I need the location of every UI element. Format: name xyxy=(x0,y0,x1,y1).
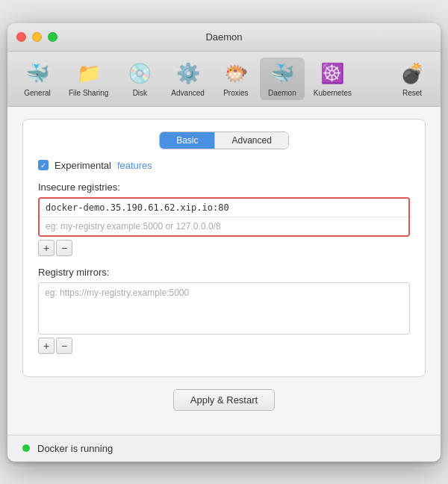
general-label: General xyxy=(24,89,51,97)
daemon-icon: 🐳 xyxy=(269,60,296,87)
disk-label: Disk xyxy=(133,89,147,97)
registry-mirrors-section: Registry mirrors: eg: https://my-registr… xyxy=(38,267,410,354)
disk-icon: 💿 xyxy=(126,60,153,87)
registry-mirrors-label: Registry mirrors: xyxy=(38,267,410,278)
registry-placeholder: eg: my-registry.example:5000 or 127.0.0.… xyxy=(40,217,408,235)
general-icon: 🐳 xyxy=(24,60,51,87)
kubernetes-label: Kubernetes xyxy=(314,89,352,97)
status-dot xyxy=(22,444,30,452)
experimental-row: ✓ Experimental features xyxy=(38,160,410,171)
insecure-registries-input-area: docker-demo.35.190.61.62.xip.io:80 eg: m… xyxy=(38,197,410,237)
window-title: Daemon xyxy=(205,31,242,43)
tab-bar: Basic Advanced xyxy=(38,131,410,149)
advanced-label: Advanced xyxy=(171,89,204,97)
tab-group: Basic Advanced xyxy=(159,131,289,149)
file-sharing-label: File Sharing xyxy=(69,89,108,97)
mirrors-add-button[interactable]: + xyxy=(38,338,55,354)
toolbar-item-disk[interactable]: 💿 Disk xyxy=(117,58,162,100)
toolbar-item-advanced[interactable]: ⚙️ Advanced xyxy=(164,58,211,100)
insecure-add-remove-bar: + − xyxy=(38,240,410,256)
status-bar: Docker is running xyxy=(7,435,441,462)
close-button[interactable] xyxy=(16,32,26,42)
daemon-label: Daemon xyxy=(268,89,296,97)
toolbar: 🐳 General 📁 File Sharing 💿 Disk ⚙️ Advan… xyxy=(7,52,441,107)
mirrors-placeholder: eg: https://my-registry.example:5000 xyxy=(39,283,409,302)
insecure-registries-label: Insecure registries: xyxy=(38,182,410,193)
maximize-button[interactable] xyxy=(48,32,57,42)
minimize-button[interactable] xyxy=(32,32,42,42)
experimental-label: Experimental xyxy=(55,160,111,171)
registry-entry[interactable]: docker-demo.35.190.61.62.xip.io:80 xyxy=(40,199,408,217)
toolbar-item-general[interactable]: 🐳 General xyxy=(15,58,60,100)
tab-basic[interactable]: Basic xyxy=(160,132,215,149)
reset-label: Reset xyxy=(402,89,422,97)
kubernetes-icon: ☸️ xyxy=(319,60,346,87)
main-panel: Basic Advanced ✓ Experimental features I… xyxy=(22,119,426,377)
insecure-remove-button[interactable]: − xyxy=(56,240,72,256)
insecure-add-button[interactable]: + xyxy=(38,240,55,256)
traffic-lights xyxy=(16,32,57,42)
apply-row: Apply & Restart xyxy=(22,389,426,411)
reset-icon: 💣 xyxy=(399,60,426,87)
toolbar-item-proxies[interactable]: 🐡 Proxies xyxy=(214,58,258,100)
insecure-registries-section: Insecure registries: docker-demo.35.190.… xyxy=(38,182,410,256)
features-link[interactable]: features xyxy=(117,160,152,171)
apply-restart-button[interactable]: Apply & Restart xyxy=(173,389,275,411)
file-sharing-icon: 📁 xyxy=(75,60,102,87)
status-text: Docker is running xyxy=(37,443,113,454)
experimental-checkbox[interactable]: ✓ xyxy=(38,160,49,170)
content-area: Basic Advanced ✓ Experimental features I… xyxy=(7,107,441,435)
window: Daemon 🐳 General 📁 File Sharing 💿 Disk ⚙… xyxy=(7,23,441,462)
toolbar-item-daemon[interactable]: 🐳 Daemon xyxy=(260,58,305,100)
tab-advanced[interactable]: Advanced xyxy=(215,132,287,149)
mirrors-remove-button[interactable]: − xyxy=(56,338,72,354)
proxies-label: Proxies xyxy=(223,89,248,97)
proxies-icon: 🐡 xyxy=(223,60,249,87)
titlebar: Daemon xyxy=(7,23,441,52)
toolbar-item-file-sharing[interactable]: 📁 File Sharing xyxy=(61,58,116,100)
reset-button[interactable]: 💣 Reset xyxy=(391,58,433,100)
mirrors-input-area[interactable]: eg: https://my-registry.example:5000 xyxy=(38,282,410,335)
advanced-icon: ⚙️ xyxy=(175,60,202,87)
mirrors-add-remove-bar: + − xyxy=(38,338,410,354)
toolbar-item-kubernetes[interactable]: ☸️ Kubernetes xyxy=(306,58,359,100)
